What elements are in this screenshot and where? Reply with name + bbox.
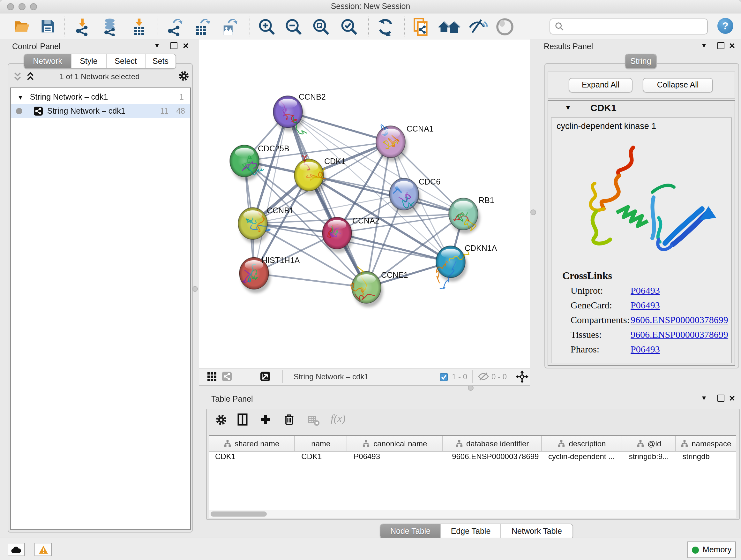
cloud-icon <box>11 546 22 553</box>
tab-sets[interactable]: Sets <box>145 54 176 68</box>
crosslink-link[interactable]: P06493 <box>630 286 660 296</box>
crosslink-link[interactable]: P06493 <box>630 300 660 311</box>
right-splitter-handle[interactable] <box>530 209 536 215</box>
network-options-gear-icon[interactable] <box>178 70 190 82</box>
search-input[interactable] <box>567 21 707 32</box>
table-panel-menu-icon[interactable]: ▾ <box>702 393 706 402</box>
toolbar-separator <box>368 17 369 37</box>
control-panel-title: Control Panel <box>12 42 61 51</box>
zoom-in-icon[interactable] <box>258 18 277 36</box>
add-column-icon[interactable] <box>259 413 272 426</box>
column-header[interactable]: canonical name <box>347 436 443 451</box>
table-panel-close-icon[interactable]: ✕ <box>729 394 735 403</box>
toolbar-separator <box>64 17 65 37</box>
crosslinks-title: CrossLinks <box>562 270 612 282</box>
save-session-icon[interactable] <box>40 18 59 36</box>
column-header[interactable]: namespace <box>676 436 736 451</box>
crosslink-link[interactable]: 9606.ENSP00000378699 <box>630 315 728 326</box>
grid-view-icon[interactable] <box>207 372 217 382</box>
open-session-icon[interactable] <box>13 18 32 36</box>
highlight-eye-icon[interactable] <box>495 18 515 36</box>
tab-network-table[interactable]: Network Table <box>501 524 572 538</box>
column-header[interactable]: name <box>295 436 347 451</box>
window-title: Session: New Session <box>0 2 741 11</box>
network-graph[interactable]: CCNB2CCNA1CDC25BCDK1CDC6RB1CCNB1CCNA2CDK… <box>199 40 530 368</box>
string-view-icon[interactable] <box>222 372 232 381</box>
expand-all-button[interactable]: Expand All <box>569 78 632 92</box>
memory-status-dot <box>692 546 699 553</box>
control-panel-menu-icon[interactable]: ▾ <box>155 41 159 50</box>
bottom-splitter-handle[interactable] <box>468 385 474 391</box>
column-header[interactable]: @id <box>623 436 676 451</box>
table-type-tabs: Node Table Edge Table Network Table <box>380 523 573 539</box>
scrollbar-thumb[interactable] <box>211 511 267 516</box>
column-header[interactable]: description <box>542 436 623 451</box>
memory-button[interactable]: Memory <box>687 542 736 558</box>
crosslink-row: Compartments: <box>570 315 630 326</box>
node-label: CCNB1 <box>267 206 294 215</box>
application-window: Session: New Session ? Control Panel ▾ <box>0 0 741 560</box>
warning-status-button[interactable] <box>35 543 52 556</box>
zoom-selected-icon[interactable] <box>340 18 359 36</box>
current-network-dot-icon <box>16 108 22 114</box>
export-image-icon[interactable] <box>220 18 239 36</box>
crosslink-label: GeneCard: <box>570 300 612 310</box>
tab-network[interactable]: Network <box>24 54 71 68</box>
table-settings-gear-icon[interactable] <box>215 414 227 426</box>
export-network-icon[interactable] <box>166 18 185 36</box>
network-collection-row[interactable]: ▼ String Network – cdk1 1 <box>11 90 190 104</box>
network-row-selected[interactable]: String Network – cdk1 11 48 <box>11 104 190 118</box>
tab-edge-table[interactable]: Edge Table <box>441 524 501 538</box>
home-icon[interactable] <box>438 18 457 36</box>
import-network-database-icon[interactable] <box>102 18 121 36</box>
collection-expand-icon[interactable]: ▼ <box>17 94 23 101</box>
table-panel-title: Table Panel <box>211 395 253 403</box>
gene-section: ▼ CDK1 cyclin-dependent kinase 1 CrossLi… <box>548 100 735 366</box>
gene-name: CDK1 <box>590 102 616 113</box>
cloud-status-button[interactable] <box>8 543 25 556</box>
control-panel-tabs: Network Style Select Sets <box>23 54 176 69</box>
delete-column-trash-icon[interactable] <box>283 413 295 426</box>
tab-node-table[interactable]: Node Table <box>381 524 441 538</box>
gene-details-box: cyclin-dependent kinase 1 CrossLinks Uni… <box>551 118 732 363</box>
search-box <box>549 18 708 35</box>
node-label: CDK1 <box>324 157 346 166</box>
crosslink-row: GeneCard: <box>570 300 612 311</box>
crosslink-link[interactable]: 9606.ENSP00000378699 <box>630 329 728 340</box>
results-panel-menu-icon[interactable]: ▾ <box>702 41 706 50</box>
share-document-icon[interactable] <box>412 18 431 36</box>
network-node-count: 11 <box>160 107 169 116</box>
gene-collapse-icon[interactable]: ▼ <box>565 104 571 111</box>
tab-select[interactable]: Select <box>107 54 145 68</box>
show-columns-icon[interactable] <box>236 413 249 426</box>
help-button[interactable]: ? <box>718 18 733 34</box>
current-network-name: String Network – cdk1 <box>293 372 368 381</box>
column-header[interactable]: database identifier <box>443 436 542 451</box>
crosslink-link[interactable]: P06493 <box>630 344 660 355</box>
table-horizontal-scrollbar[interactable] <box>209 510 736 518</box>
zoom-out-icon[interactable] <box>285 18 304 36</box>
refresh-view-icon[interactable] <box>377 18 396 36</box>
control-panel-float-icon[interactable] <box>171 42 178 51</box>
control-panel-close-icon[interactable]: ✕ <box>183 42 189 51</box>
left-splitter-handle[interactable] <box>192 286 198 292</box>
node-label: CDC6 <box>419 177 441 186</box>
table-panel-float-icon[interactable] <box>718 395 724 403</box>
zoom-fit-icon[interactable] <box>312 18 331 36</box>
selected-indicator-checkbox[interactable] <box>440 373 448 381</box>
table-row[interactable]: CDK1 CDK1 P06493 9606.ENSP00000378699 cy… <box>209 452 736 465</box>
search-icon <box>555 22 564 31</box>
collapse-all-button[interactable]: Collapse All <box>643 78 713 92</box>
birds-eye-view-icon[interactable] <box>260 372 270 381</box>
node-label: RB1 <box>479 196 494 205</box>
import-table-icon[interactable] <box>130 18 149 36</box>
tab-string[interactable]: String <box>625 54 656 68</box>
export-table-icon[interactable] <box>193 18 212 36</box>
results-panel-float-icon[interactable] <box>718 42 724 51</box>
import-network-icon[interactable] <box>74 18 93 36</box>
tab-style[interactable]: Style <box>71 54 107 68</box>
fit-selected-crosshair-icon[interactable] <box>516 370 529 383</box>
column-header[interactable]: shared name <box>209 436 295 451</box>
results-panel-close-icon[interactable]: ✕ <box>729 42 735 51</box>
show-graphics-details-icon[interactable] <box>468 18 488 36</box>
